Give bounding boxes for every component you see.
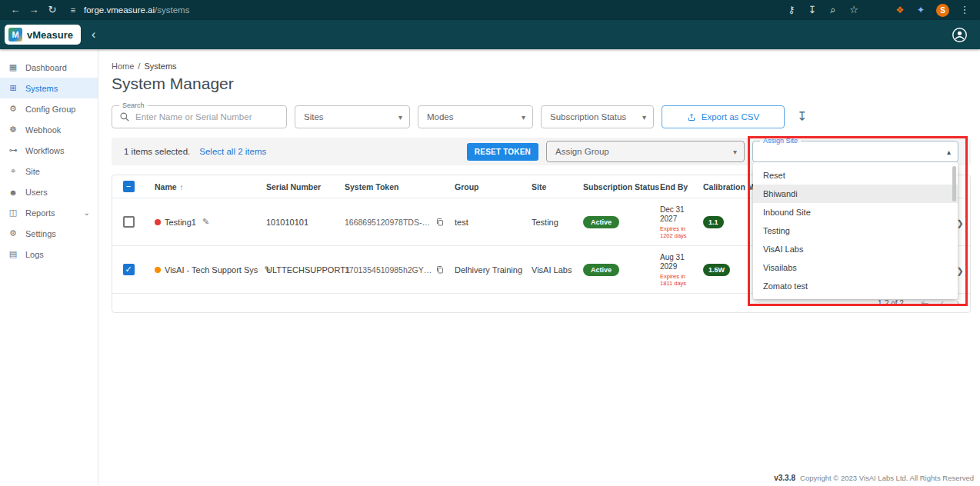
assign-site-menu: Reset Bhiwandi Inbound Site Testing VisA… xyxy=(753,162,958,299)
sidebar-item-reports[interactable]: ◫ Reports ⌄ xyxy=(0,202,98,223)
copy-icon[interactable] xyxy=(435,218,445,227)
menu-option-visailabs[interactable]: Visailabs xyxy=(753,258,958,277)
end-by-date: Dec 31 2027 xyxy=(660,205,693,224)
assign-site-select[interactable]: Assign Site ▴ xyxy=(752,141,958,162)
sidebar-item-systems[interactable]: ⊞ Systems xyxy=(0,78,98,98)
sidebar-item-config-group[interactable]: ⚙ Config Group xyxy=(0,98,98,119)
sidebar-item-webhook[interactable]: ☸ Webhook xyxy=(0,119,98,140)
settings-gear-icon: ⚙ xyxy=(8,228,18,238)
status-dot xyxy=(155,267,161,273)
export-table-icon[interactable]: ↧ xyxy=(797,111,807,123)
chevron-down-icon: ▾ xyxy=(522,113,525,122)
account-icon[interactable] xyxy=(952,27,968,43)
vmeasure-logo-icon: M xyxy=(8,28,22,42)
column-serial-number: Serial Number xyxy=(256,182,335,191)
sidebar-item-site[interactable]: ⌖ Site xyxy=(0,161,98,181)
url-host: forge.vmeasure.ai xyxy=(84,5,155,15)
version-label: v3.3.8 xyxy=(774,474,795,482)
extension-icon[interactable]: ❖ xyxy=(891,0,909,20)
zoom-icon[interactable]: ⌕ xyxy=(824,0,842,20)
sidebar-item-label: Logs xyxy=(25,250,44,259)
sidebar-item-users[interactable]: ☻ Users xyxy=(0,181,98,202)
sidebar-item-dashboard[interactable]: ▦ Dashboard xyxy=(0,57,98,78)
search-input[interactable] xyxy=(135,112,279,122)
menu-option-testing[interactable]: Testing xyxy=(753,221,958,240)
sidebar-item-label: Reports xyxy=(25,208,55,218)
sidebar-item-workflows[interactable]: ⊶ Workflows xyxy=(0,140,98,161)
url-path: /systems xyxy=(155,5,189,15)
search-label: Search xyxy=(119,102,148,110)
brand-logo[interactable]: M vMeasure xyxy=(5,25,81,45)
select-all-link[interactable]: Select all 2 items xyxy=(199,147,266,156)
subscription-badge: Active xyxy=(583,264,619,276)
calibration-badge: 1.1 xyxy=(703,216,724,228)
sort-asc-icon: ↑ xyxy=(180,183,184,191)
row-checkbox[interactable]: ✓ xyxy=(123,264,135,275)
row-checkbox[interactable] xyxy=(123,216,135,228)
copyright-text: Copyright © 2023 VisAI Labs Ltd. All Rig… xyxy=(800,474,974,482)
site-pin-icon: ⌖ xyxy=(8,166,18,176)
logs-icon: ▤ xyxy=(8,249,18,259)
pagination-label: 1-2 of 2 xyxy=(878,299,904,308)
expires-in-text: Expires in 1202 days xyxy=(660,225,693,239)
assign-group-select[interactable]: Assign Group ▾ xyxy=(546,141,745,162)
reset-token-button[interactable]: RESET TOKEN xyxy=(467,143,538,161)
search-icon xyxy=(119,112,130,122)
brand-name: vMeasure xyxy=(27,29,73,41)
back-icon[interactable]: ← xyxy=(6,0,25,20)
forward-icon[interactable]: → xyxy=(25,0,43,20)
site-name: Testing xyxy=(522,218,573,227)
browser-profile-avatar[interactable]: S xyxy=(936,4,949,17)
workflows-icon: ⊶ xyxy=(8,145,18,155)
sites-select[interactable]: Sites ▾ xyxy=(295,105,410,128)
browser-menu-icon[interactable]: ⋮ xyxy=(955,0,974,20)
system-name: VisAI - Tech Support Sys xyxy=(165,265,258,275)
breadcrumb-home[interactable]: Home xyxy=(112,62,134,71)
bookmark-star-icon[interactable]: ☆ xyxy=(845,0,863,20)
column-name[interactable]: Name xyxy=(155,182,177,191)
export-csv-button[interactable]: Export as CSV xyxy=(662,105,785,128)
downloads-icon[interactable]: ↧ xyxy=(803,0,822,20)
refresh-icon[interactable]: ↻ xyxy=(43,0,62,20)
dashboard-icon: ▦ xyxy=(8,62,18,72)
site-name: VisAI Labs xyxy=(522,265,573,275)
modes-select-value: Modes xyxy=(427,112,454,122)
next-page-icon[interactable]: › xyxy=(956,298,959,308)
sidebar-collapse-icon[interactable]: ‹ xyxy=(92,28,95,42)
menu-option-bhiwandi[interactable]: Bhiwandi xyxy=(753,185,958,203)
system-token: 1701354510985h2GY8oVsv... xyxy=(345,265,432,275)
selection-toolbar: 1 items selected. Select all 2 items RES… xyxy=(112,138,971,165)
menu-option-reset[interactable]: Reset xyxy=(753,166,958,185)
menu-scrollbar[interactable] xyxy=(952,166,956,201)
sidebar-item-label: Users xyxy=(25,188,48,197)
extensions-puzzle-icon[interactable]: ✦ xyxy=(912,0,930,20)
address-bar[interactable]: ≡ forge.vmeasure.ai/systems xyxy=(68,0,189,20)
menu-option-zomato-test[interactable]: Zomato test xyxy=(753,277,958,295)
site-info-icon[interactable]: ≡ xyxy=(68,0,78,20)
first-page-icon[interactable]: ⇤ xyxy=(921,298,928,308)
select-all-checkbox[interactable]: − xyxy=(123,181,135,192)
prev-page-icon[interactable]: ‹ xyxy=(941,298,944,308)
filter-bar: Search Sites ▾ Modes ▾ Subscription Stat… xyxy=(112,105,971,128)
password-key-icon[interactable]: ⚷ xyxy=(782,0,801,20)
menu-option-visai-labs[interactable]: VisAI Labs xyxy=(753,240,958,258)
copy-icon[interactable] xyxy=(435,265,445,275)
column-end-by: End By xyxy=(650,182,693,191)
export-csv-label: Export as CSV xyxy=(702,112,759,122)
menu-option-inbound-site[interactable]: Inbound Site xyxy=(753,203,958,221)
chevron-up-icon: ▴ xyxy=(947,148,951,156)
modes-select[interactable]: Modes ▾ xyxy=(418,105,533,128)
status-dot xyxy=(155,219,161,225)
edit-pencil-icon[interactable]: ✎ xyxy=(202,217,209,227)
reports-expand-icon[interactable]: ⌄ xyxy=(84,208,90,217)
column-subscription-status: Subscription Status xyxy=(573,182,650,191)
subscription-status-select[interactable]: Subscription Status ▾ xyxy=(541,105,654,128)
sidebar-item-label: Settings xyxy=(25,229,56,238)
search-field[interactable]: Search xyxy=(112,105,287,128)
breadcrumb-current: Systems xyxy=(144,62,176,71)
breadcrumb: Home / Systems xyxy=(112,62,971,71)
sidebar-item-settings[interactable]: ⚙ Settings xyxy=(0,223,98,244)
selected-count: 1 items selected. xyxy=(124,147,190,156)
systems-icon: ⊞ xyxy=(8,83,18,93)
sidebar-item-logs[interactable]: ▤ Logs xyxy=(0,244,98,265)
